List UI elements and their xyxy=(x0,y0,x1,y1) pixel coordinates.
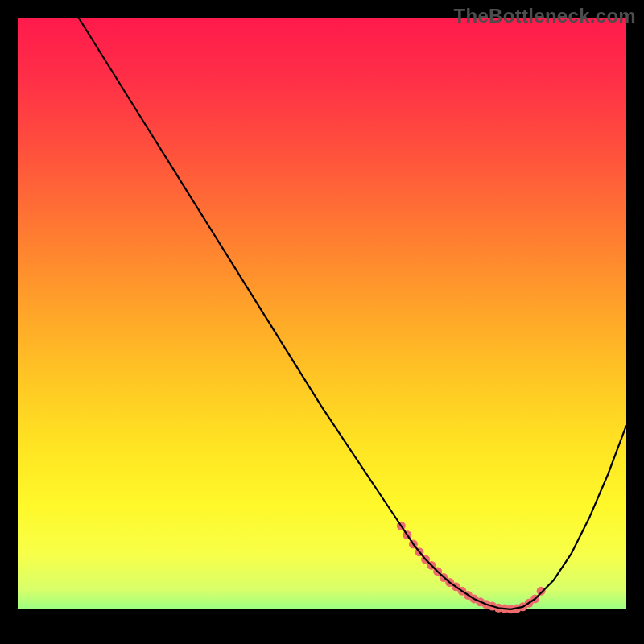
highlight-point xyxy=(537,587,546,596)
chart-svg xyxy=(18,18,626,626)
chart-container: TheBottleneck.com xyxy=(0,0,644,644)
watermark-text: TheBottleneck.com xyxy=(454,5,636,27)
gradient-background xyxy=(18,18,626,626)
plot-area xyxy=(18,18,626,626)
baseline-mask xyxy=(18,609,626,626)
